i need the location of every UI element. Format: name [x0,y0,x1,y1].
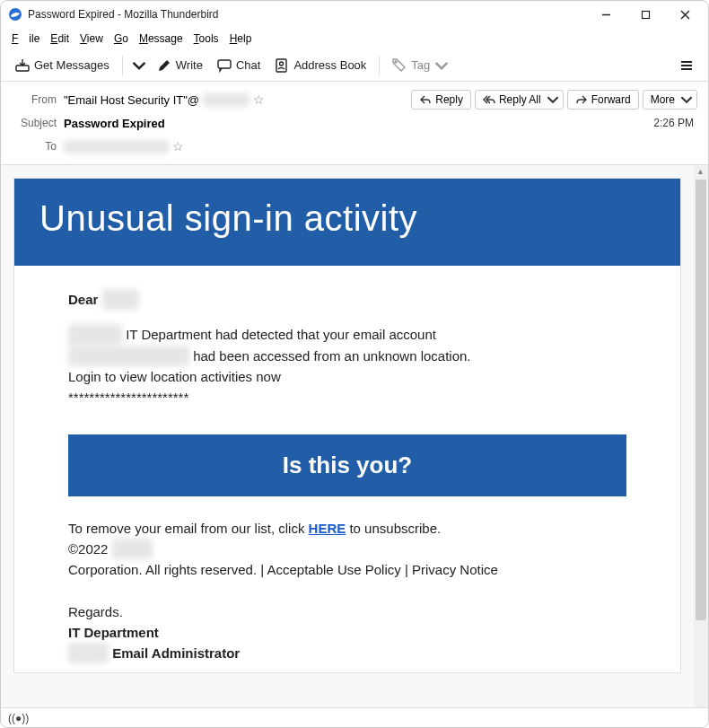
svg-rect-2 [642,11,649,18]
reply-button[interactable]: Reply [411,90,471,110]
menu-tools[interactable]: Tools [188,31,224,47]
chevron-down-icon [547,93,559,106]
address-book-icon [275,58,289,73]
reply-all-icon [483,93,495,106]
email-banner: Unusual sign-in activity [14,179,680,266]
star-icon[interactable]: ☆ [253,92,265,107]
subject-label: Subject [12,117,57,129]
to-value: xxxxxxxxxxxxxxxxxx ☆ [64,139,184,153]
menubar: File Edit View Go Message Tools Help [1,28,708,49]
activity-indicator-icon: ((●)) [8,712,29,724]
svg-point-9 [395,61,397,63]
inbox-download-icon [15,58,30,73]
chat-label: Chat [236,58,260,72]
window-title: Password Expired - Mozilla Thunderbird [28,8,586,21]
unsubscribe-link[interactable]: HERE [309,521,346,536]
thunderbird-icon [8,7,22,22]
star-icon[interactable]: ☆ [172,139,184,153]
forward-button[interactable]: Forward [567,90,639,110]
menu-edit[interactable]: Edit [45,31,74,47]
tag-button[interactable]: Tag [385,55,456,76]
menu-file[interactable]: File [6,31,45,47]
menu-message[interactable]: Message [134,31,188,47]
chevron-down-icon [434,58,449,73]
main-toolbar: Get Messages Write Chat Address Book Tag [1,49,708,82]
scroll-up-icon[interactable]: ▲ [696,167,705,176]
forward-icon [575,93,588,106]
message-viewport: Unusual sign-in activity Dear xxxxx xxxx… [1,164,708,716]
tag-label: Tag [411,58,430,72]
reply-icon [419,93,432,106]
window-titlebar: Password Expired - Mozilla Thunderbird [1,1,708,28]
subject-value: Password Expired [64,117,165,130]
maximize-button[interactable] [626,2,665,27]
signature-admin: xxxxxx Email Administrator [68,643,626,663]
vertical-scrollbar[interactable]: ▲ ▼ [694,165,708,716]
scrollbar-thumb[interactable] [696,180,706,620]
chevron-down-icon [132,58,146,73]
more-button[interactable]: More [643,90,697,110]
unsubscribe-line: To remove your email from our list, clic… [68,518,626,539]
menu-go[interactable]: Go [109,31,134,47]
copyright-line: ©2022 xxxxxx [68,539,626,559]
body-paragraph: xxxxxxxx IT Department had detected that… [68,324,626,408]
address-book-label: Address Book [293,58,366,72]
reply-all-button[interactable]: Reply All [475,90,564,110]
tag-icon [392,58,407,73]
menu-view[interactable]: View [74,31,109,47]
pencil-icon [157,58,171,73]
svg-rect-6 [218,60,231,68]
get-messages-label: Get Messages [34,58,109,72]
signature-dept: IT Department [68,622,626,643]
greeting: Dear xxxxx [68,289,626,310]
message-header: From "Email Host Security IT"@xxxxxxxx ☆… [1,82,708,164]
from-label: From [12,93,57,106]
corp-line: Corporation. All rights reserved. | Acce… [68,559,626,580]
chevron-down-icon [680,93,693,106]
chat-icon [217,58,232,73]
write-label: Write [176,58,203,72]
message-time: 2:26 PM [653,117,697,129]
toolbar-separator [122,56,123,75]
get-messages-dropdown[interactable] [128,55,150,76]
close-button[interactable] [665,2,705,27]
svg-point-8 [280,62,284,66]
message-actions: Reply Reply All Forward More [411,90,697,110]
get-messages-button[interactable]: Get Messages [8,55,117,76]
statusbar: ((●)) [1,707,708,727]
hamburger-icon [679,58,694,73]
chat-button[interactable]: Chat [210,55,267,76]
regards: Regards. [68,601,626,622]
write-button[interactable]: Write [150,55,210,76]
address-book-button[interactable]: Address Book [267,55,373,76]
app-menu-button[interactable] [672,55,701,76]
toolbar-separator [379,56,380,75]
message-body: Unusual sign-in activity Dear xxxxx xxxx… [1,165,694,716]
to-label: To [12,140,57,153]
cta-banner[interactable]: Is this you? [68,434,626,496]
from-value: "Email Host Security IT"@xxxxxxxx ☆ [64,92,265,107]
menu-help[interactable]: Help [224,31,258,47]
minimize-button[interactable] [586,2,626,27]
